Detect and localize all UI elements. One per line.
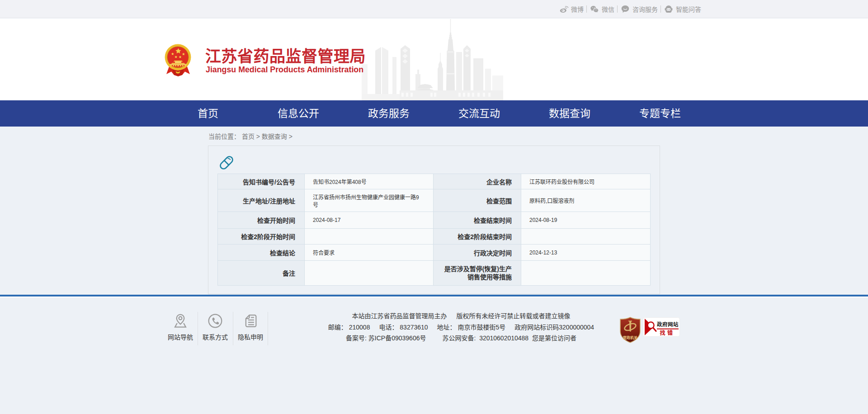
svg-text:找错: 找错 xyxy=(660,329,675,336)
svg-text:政府网站: 政府网站 xyxy=(657,321,679,327)
svg-text:党政机关: 党政机关 xyxy=(623,335,637,340)
